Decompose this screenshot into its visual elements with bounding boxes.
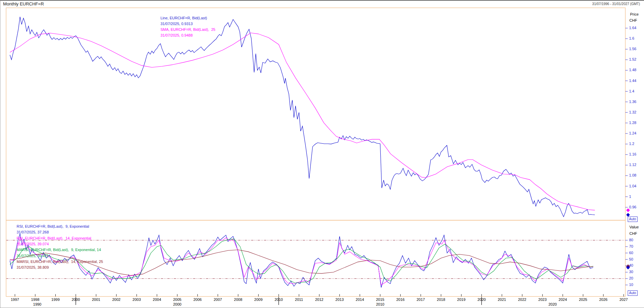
year-label-2023: 2023 [535,297,550,302]
value-tick-label-70: 70 [629,244,633,248]
price-tick-label-1.4: 1.4 [629,89,634,93]
legend-row-rsi-legend-4: MARSI, EURCHF=R, Bid(Last), 9, Exponenti… [17,248,101,252]
decade-label-2020: 2020 [545,302,560,306]
price-tick-label-1.2: 1.2 [629,142,634,146]
value-axis-title: Value [629,225,639,229]
year-label-2008: 2008 [231,297,246,302]
chart-window: Monthly EURCHF=R 31/07/1996 - 31/01/2027… [0,0,644,308]
year-label-2013: 2013 [332,297,347,302]
price-tick-label-1.6: 1.6 [629,36,634,40]
price-tick-label-1.36: 1.36 [629,100,636,104]
price-tick-label-1.24: 1.24 [629,131,636,135]
year-label-2005: 2005 [170,297,185,302]
price-tick-label-1.32: 1.32 [629,110,636,114]
year-label-2025: 2025 [575,297,590,302]
legend-row-rsi-legend-2: RSI, EURCHF=R, Bid(Last), 14, Exponentia… [17,236,91,240]
value-tick-label-10: 10 [629,283,633,287]
year-label-1998: 1998 [28,297,43,302]
price-tick-label-1.52: 1.52 [629,57,636,61]
price-tick-label-1.16: 1.16 [629,152,636,156]
year-label-2015: 2015 [373,297,387,302]
legend-row-rsi-legend-7: 31/07/2025, 38.809 [17,265,49,269]
value-tick-label-50: 50 [629,257,633,261]
legend-row-main-legend-2: SMA, EURCHF=R, Bid(Last), 25 [160,27,215,32]
year-label-2001: 2001 [89,297,103,302]
legend-row-rsi-legend-0: RSI, EURCHF=R, Bid(Last), 9, Exponential [17,224,89,228]
year-label-2002: 2002 [109,297,124,302]
decade-label-2000: 2000 [170,302,185,306]
legend-row-main-legend-1: 31/07/2025, 0.9313 [160,22,193,26]
price-axis-title: Price [630,12,639,16]
year-label-2024: 2024 [555,297,570,302]
series-line-blue [10,17,595,217]
legend-row-rsi-legend-1: 31/07/2025, 37.268 [17,230,49,234]
value-axis-unit: CHF [629,231,637,235]
price-tick-label-1.28: 1.28 [629,121,636,125]
price-tick-label-1.08: 1.08 [629,173,636,177]
year-label-2016: 2016 [393,297,408,302]
price-tick-label-1.64: 1.64 [629,26,636,30]
year-label-2003: 2003 [129,297,144,302]
year-label-2020: 2020 [474,297,489,302]
year-label-2012: 2012 [312,297,327,302]
price-tick-label-1.56: 1.56 [629,47,636,51]
year-label-2007: 2007 [210,297,225,302]
value-tick-label-60: 60 [629,251,633,255]
year-label-2018: 2018 [434,297,449,302]
year-label-2009: 2009 [251,297,266,302]
value-tick-label-20: 20 [629,276,633,280]
decade-label-1990: 1990 [30,302,45,306]
year-label-2000: 2000 [68,297,83,302]
value-tick-label-30: 30 [629,270,633,274]
value-tick-label-80: 80 [629,238,633,242]
legend-row-rsi-legend-5: 31/07/2025, 39.411 [17,254,49,258]
price-tick-label-0.96: 0.96 [629,205,636,209]
year-label-2010: 2010 [271,297,286,302]
year-label-2006: 2006 [190,297,205,302]
year-label-1999: 1999 [48,297,63,302]
price-tick-label-1: 1 [629,194,631,199]
price-marker-magenta [626,208,630,212]
year-label-2004: 2004 [150,297,165,302]
legend-row-rsi-legend-3: 31/07/2025, 39.074 [17,242,49,246]
date-range-label: 31/07/1996 - 31/01/2027 (GMT) [592,2,640,6]
year-label-2011: 2011 [291,297,306,302]
price-panel-border [6,8,625,220]
year-label-2026: 2026 [596,297,611,302]
price-tick-label-1.44: 1.44 [629,79,636,83]
legend-row-main-legend-3: 31/07/2025, 0.9488 [160,33,193,37]
year-label-2027: 2027 [616,297,631,302]
price-marker-blue [626,213,630,217]
legend-row-main-legend-0: Line, EURCHF=R, Bid(Last) [160,16,207,20]
decade-label-2010: 2010 [373,302,387,306]
rsi-panel-border [6,220,625,296]
price-tick-label-1.12: 1.12 [629,163,636,167]
price-axis-unit: CHF [629,18,637,22]
legend-row-rsi-legend-6: MARSI, EURCHF=R, Bid(Last), 14, Exponent… [17,260,103,264]
time-axis-auto-button[interactable]: Auto [628,290,638,296]
series-sma-magenta [10,33,595,210]
price-axis-auto-button[interactable]: Auto [628,217,638,222]
year-label-2017: 2017 [413,297,428,302]
window-title: Monthly EURCHF=R [3,2,44,7]
year-label-2021: 2021 [494,297,509,302]
price-tick-label-1.48: 1.48 [629,68,636,72]
year-label-2014: 2014 [353,297,367,302]
price-tick-label-1.04: 1.04 [629,184,636,188]
year-label-2022: 2022 [515,297,530,302]
value-tick-label-40: 40 [629,263,633,267]
year-label-2019: 2019 [454,297,469,302]
year-label-1997: 1997 [7,297,22,302]
